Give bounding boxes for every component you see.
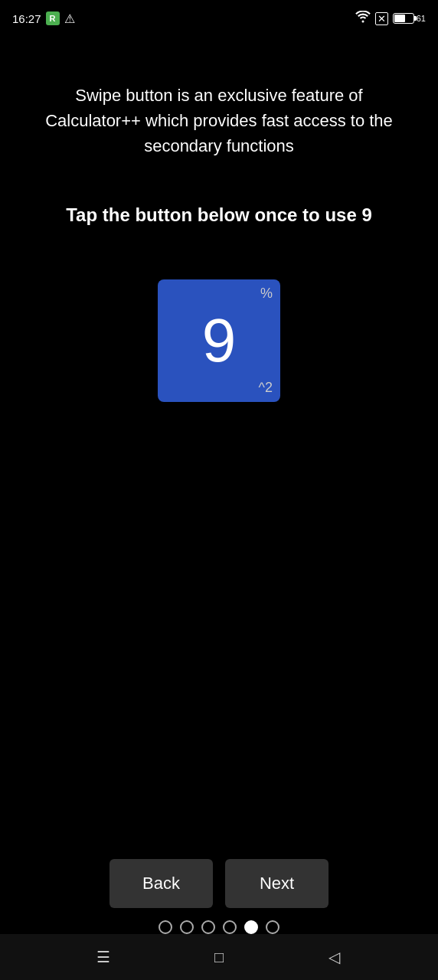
calc-button-main-label: 9 (202, 310, 237, 371)
calc-button-wrapper: % 9 ^2 (158, 279, 280, 402)
status-bar: 16:27 R ⚠ ✕ 61 (0, 0, 438, 37)
menu-icon: ☰ (96, 948, 110, 966)
status-time: 16:27 (12, 12, 41, 25)
app-icon-green: R (46, 11, 60, 25)
x-icon: ✕ (375, 12, 388, 25)
back-button[interactable]: Back (110, 859, 213, 908)
calc-button-bottom-right-label: ^2 (259, 380, 273, 396)
calc-button-top-right-label: % (260, 286, 273, 302)
page-indicators (159, 920, 279, 934)
back-sys-button[interactable]: ◁ (319, 942, 350, 972)
status-left: 16:27 R ⚠ (12, 11, 75, 26)
instruction-text: Tap the button below once to use 9 (66, 204, 372, 226)
page-dot-3 (201, 920, 215, 934)
system-nav-bar: ☰ □ ◁ (0, 934, 438, 980)
home-icon: □ (214, 949, 224, 966)
page-dot-1 (159, 920, 172, 934)
back-sys-icon: ◁ (328, 948, 340, 966)
battery-text: 61 (417, 14, 426, 23)
bottom-section: Back Next (0, 859, 438, 934)
next-button[interactable]: Next (225, 859, 328, 908)
main-content: Swipe button is an exclusive feature of … (0, 37, 438, 873)
menu-button[interactable]: ☰ (88, 942, 119, 972)
battery-indicator: 61 (393, 13, 426, 24)
status-right: ✕ 61 (355, 11, 426, 26)
battery-fill (394, 15, 406, 22)
battery-box (393, 13, 414, 24)
page-dot-2 (180, 920, 194, 934)
page-dot-4 (223, 920, 237, 934)
calc-button-9[interactable]: % 9 ^2 (158, 279, 280, 402)
warning-icon: ⚠ (64, 11, 75, 26)
home-button[interactable]: □ (204, 942, 234, 972)
description-text: Swipe button is an exclusive feature of … (31, 83, 407, 158)
wifi-icon (355, 11, 371, 26)
nav-buttons: Back Next (110, 859, 328, 908)
page-dot-5-active (244, 920, 258, 934)
page-dot-6 (266, 920, 279, 934)
